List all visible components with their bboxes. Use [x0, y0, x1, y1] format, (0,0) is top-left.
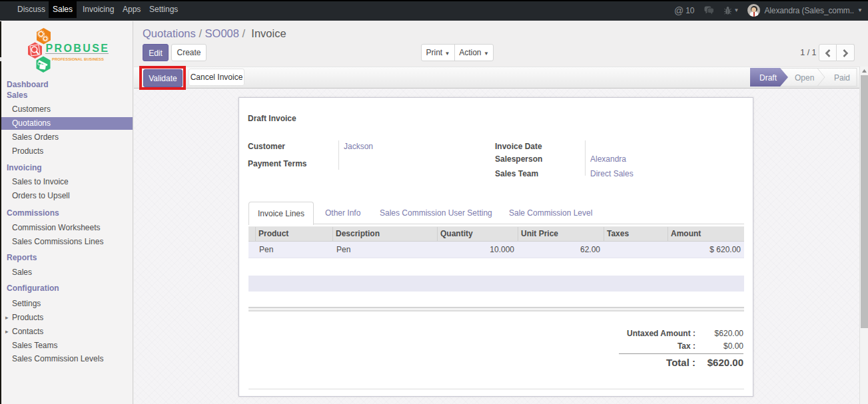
svg-text:Open: Open — [795, 73, 814, 83]
svg-text:PROFESSIONAL BUSINESS: PROFESSIONAL BUSINESS — [52, 57, 104, 61]
svg-text:PROBUSE: PROBUSE — [46, 43, 110, 54]
svg-text:Draft: Draft — [759, 73, 777, 83]
svg-text:Paid: Paid — [834, 73, 850, 83]
